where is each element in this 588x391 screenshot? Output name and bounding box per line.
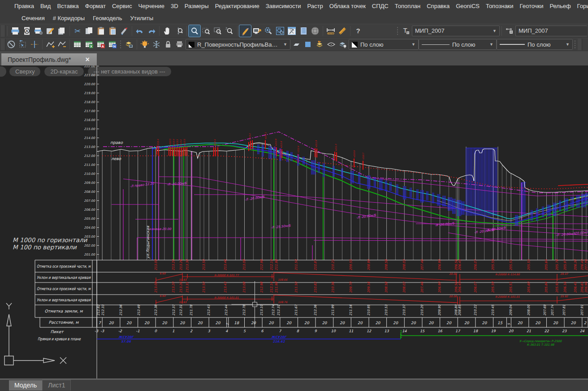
zoom-dynamic-button[interactable]: [200, 25, 212, 37]
paste-button[interactable]: [95, 25, 107, 37]
layer-off-button[interactable]: [337, 39, 349, 50]
color-select[interactable]: По слою▼: [349, 39, 419, 50]
borehole-markers: [258, 144, 588, 226]
document-tab[interactable]: ПроектПрофиль.dwg* ×: [1, 53, 97, 65]
table-word-button[interactable]: A: [95, 39, 107, 50]
menu-item-11[interactable]: Растр: [304, 1, 326, 11]
pan-button[interactable]: [161, 25, 173, 37]
menu-item-6[interactable]: Черчение: [135, 1, 168, 11]
toolkit-button[interactable]: [286, 25, 298, 37]
menu-item-15[interactable]: Справка: [424, 1, 453, 11]
menu-item-1[interactable]: Правка: [11, 1, 37, 11]
copy-button[interactable]: [83, 25, 95, 37]
layout-tab-модель[interactable]: Модель: [9, 380, 42, 391]
help-button[interactable]: ?: [352, 25, 364, 37]
elevation-label: 202.00: [84, 244, 95, 248]
menu-item-8[interactable]: Размеры: [182, 1, 212, 11]
menu-item-4[interactable]: Формат: [82, 1, 109, 11]
design-elevation: 213.08: [154, 259, 158, 270]
notebook-button[interactable]: [298, 25, 309, 37]
menu-item-9[interactable]: Редактирование: [212, 1, 263, 11]
page-setup-button[interactable]: [33, 25, 44, 37]
close-icon[interactable]: ×: [83, 56, 92, 64]
design-elevation: 213.50: [202, 282, 206, 293]
polyline-edit-button[interactable]: [56, 39, 68, 50]
menu2-item-1[interactable]: Сечения: [17, 13, 49, 23]
svg-text:A: A: [102, 44, 104, 48]
menu-item-5[interactable]: Сервис: [109, 1, 135, 11]
eye-button[interactable]: [325, 39, 337, 50]
elevation-label: 221.00: [84, 74, 95, 77]
menu-item-18[interactable]: Геоточки: [517, 1, 547, 11]
measure-button[interactable]: [337, 25, 348, 37]
menu-item-13[interactable]: СПДС: [369, 1, 392, 11]
print-preview-button[interactable]: A: [21, 25, 33, 37]
zoom-previous-button[interactable]: [212, 25, 224, 37]
menu-item-10[interactable]: Зависимости: [263, 1, 304, 11]
prev-layer-button[interactable]: [314, 39, 325, 50]
publish-button[interactable]: [44, 25, 56, 37]
text-style-button[interactable]: T: [400, 25, 412, 37]
redo-button[interactable]: [146, 25, 157, 37]
edit-mode-button[interactable]: [239, 25, 251, 37]
zoom-window-button[interactable]: [189, 25, 200, 37]
menu-item-19[interactable]: Рельеф: [546, 1, 574, 11]
layer-freeze-button[interactable]: [151, 39, 162, 50]
table-button[interactable]: [72, 39, 83, 50]
make-current-button[interactable]: [290, 39, 302, 50]
drawing-canvas[interactable]: Сверху2D-каркас--- нет связанных видов -…: [0, 65, 588, 378]
piket-number: 21: [527, 329, 531, 333]
design-elevation: 213.26: [179, 259, 183, 270]
menu-item-16[interactable]: GeoniCS: [453, 1, 483, 11]
text-style-select[interactable]: МИП_2007▼: [412, 26, 500, 36]
layer-states-button[interactable]: [302, 39, 314, 50]
copy-sheets-button[interactable]: [56, 25, 68, 37]
menu-item-14[interactable]: Топоплан: [392, 1, 424, 11]
export-view-button[interactable]: [251, 25, 263, 37]
isolate-objects-button[interactable]: [5, 39, 17, 50]
menu-item-7[interactable]: 3D: [168, 1, 182, 11]
print-button[interactable]: [9, 25, 21, 37]
svg-text:A: A: [26, 29, 29, 33]
table-excel-button[interactable]: X: [83, 39, 95, 50]
zoom-realtime-button[interactable]: [173, 25, 185, 37]
layer-plot-button[interactable]: [174, 39, 186, 50]
menu2-item-4[interactable]: Утилиты: [126, 13, 157, 23]
layer-on-button[interactable]: [139, 39, 151, 50]
layer-manager-button[interactable]: [123, 39, 135, 50]
dim-style-select[interactable]: МИП_2007: [515, 26, 587, 36]
menu2-item-2[interactable]: # Коридоры: [49, 13, 89, 23]
table-row-label: Прямая и кривая в плане: [38, 337, 81, 341]
distance-value: 20: [411, 321, 416, 325]
options-button[interactable]: [263, 25, 274, 37]
polyline-add-button[interactable]: [44, 39, 56, 50]
linetype-select[interactable]: По слою▼: [419, 39, 497, 50]
menu2-item-3[interactable]: Геомодель: [89, 13, 126, 23]
paste-special-button[interactable]: [107, 25, 118, 37]
distance-value: 20: [269, 321, 274, 325]
dimension-icon: [326, 26, 335, 35]
piket-number: 5: [243, 329, 246, 333]
undo-button[interactable]: [134, 25, 146, 37]
menu-item-12[interactable]: Облака точек: [326, 1, 369, 11]
dim-style-button[interactable]: [504, 25, 515, 37]
cut-button[interactable]: ✂: [72, 25, 83, 37]
settings-button[interactable]: [274, 25, 286, 37]
color-swatch: [352, 42, 358, 48]
match-properties-button[interactable]: [118, 25, 130, 37]
zoom-object-button[interactable]: [224, 25, 235, 37]
centerline-button[interactable]: [29, 39, 40, 50]
globe-button[interactable]: [309, 25, 321, 37]
layer-lock-button[interactable]: [162, 39, 174, 50]
menu-item-17[interactable]: Топознаки: [483, 1, 517, 11]
lineweight-select[interactable]: По слою▼: [497, 39, 573, 50]
layer-select[interactable]: R_ПоверхностьПрофильВариант…▼: [186, 39, 290, 50]
scale-reference-button[interactable]: [17, 39, 29, 50]
table-notes-button[interactable]: N: [107, 39, 118, 50]
menu-item-20[interactable]: Горизонтали: [574, 1, 588, 11]
menu-item-3[interactable]: Вставка: [54, 1, 82, 11]
layout-tab-лист1[interactable]: Лист1: [42, 380, 71, 391]
dimension-button[interactable]: [325, 25, 337, 37]
ground-elevation: 213.10: [260, 304, 264, 316]
menu-item-2[interactable]: Вид: [37, 1, 54, 11]
